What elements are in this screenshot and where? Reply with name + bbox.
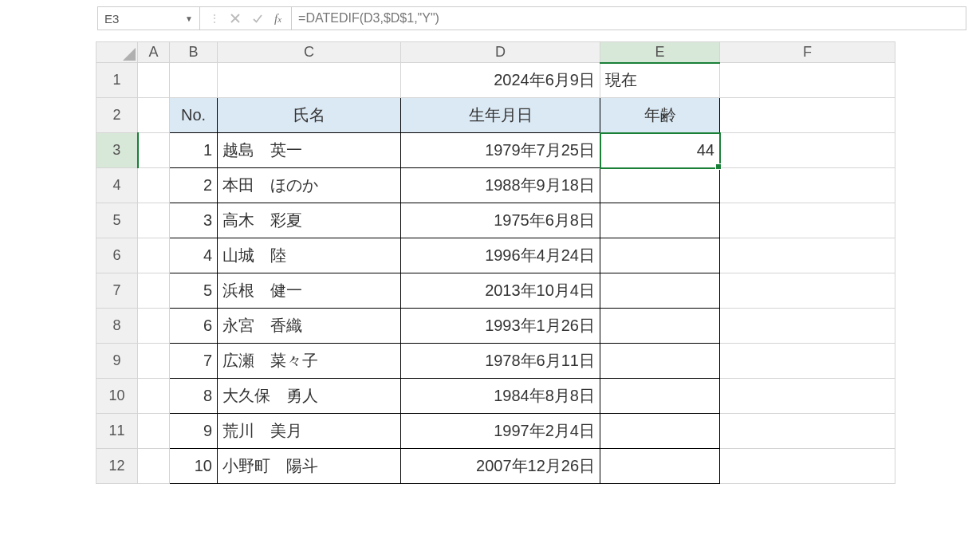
- cell[interactable]: [138, 168, 170, 203]
- col-header-A[interactable]: A: [138, 42, 170, 63]
- cell[interactable]: [138, 98, 170, 133]
- cell-dob[interactable]: 1975年6月8日: [401, 203, 600, 238]
- cell-no[interactable]: 7: [170, 344, 218, 379]
- enter-icon[interactable]: [252, 13, 263, 24]
- table-header-dob[interactable]: 生年月日: [401, 98, 600, 133]
- cell[interactable]: [720, 344, 895, 379]
- cell[interactable]: [720, 238, 895, 273]
- row-header[interactable]: 3: [96, 133, 138, 168]
- grid-row: 4 2 本田 ほのか 1988年9月18日: [96, 168, 895, 203]
- row-header[interactable]: 9: [96, 344, 138, 379]
- cell-age-active[interactable]: 44: [600, 133, 720, 168]
- cell-age[interactable]: [600, 379, 720, 414]
- table-header-name[interactable]: 氏名: [218, 98, 401, 133]
- cell[interactable]: [170, 63, 218, 98]
- cell-name[interactable]: 山城 陸: [218, 238, 401, 273]
- cell-name[interactable]: 広瀬 菜々子: [218, 344, 401, 379]
- cell-dob[interactable]: 2013年10月4日: [401, 273, 600, 309]
- cell-name[interactable]: 小野町 陽斗: [218, 449, 401, 484]
- cell[interactable]: [720, 273, 895, 309]
- cell-age[interactable]: [600, 238, 720, 273]
- cell[interactable]: [138, 344, 170, 379]
- cell-no[interactable]: 10: [170, 449, 218, 484]
- table-header-age[interactable]: 年齢: [600, 98, 720, 133]
- cell-no[interactable]: 8: [170, 379, 218, 414]
- cell[interactable]: [720, 98, 895, 133]
- col-header-E[interactable]: E: [600, 42, 720, 63]
- cell-date-label[interactable]: 現在: [600, 63, 720, 98]
- cell-dob[interactable]: 1979年7月25日: [401, 133, 600, 168]
- cell-name[interactable]: 浜根 健一: [218, 273, 401, 309]
- grid-row: 12 10 小野町 陽斗 2007年12月26日: [96, 449, 895, 484]
- row-header[interactable]: 1: [96, 63, 138, 98]
- formula-input[interactable]: =DATEDIF(D3,$D$1,"Y"): [292, 7, 966, 30]
- cell[interactable]: [138, 449, 170, 484]
- cell-age[interactable]: [600, 203, 720, 238]
- cell-age[interactable]: [600, 344, 720, 379]
- row-header[interactable]: 5: [96, 203, 138, 238]
- cell-name[interactable]: 永宮 香織: [218, 309, 401, 344]
- cell-no[interactable]: 3: [170, 203, 218, 238]
- cell-dob[interactable]: 1997年2月4日: [401, 414, 600, 449]
- row-header[interactable]: 2: [96, 98, 138, 133]
- row-header[interactable]: 11: [96, 414, 138, 449]
- cell-age[interactable]: [600, 273, 720, 309]
- cell[interactable]: [720, 168, 895, 203]
- cell[interactable]: [720, 133, 895, 168]
- cell-dob[interactable]: 1978年6月11日: [401, 344, 600, 379]
- cell[interactable]: [138, 309, 170, 344]
- row-header[interactable]: 7: [96, 273, 138, 309]
- cell-no[interactable]: 5: [170, 273, 218, 309]
- cell[interactable]: [138, 133, 170, 168]
- fx-icon[interactable]: fx: [274, 12, 281, 26]
- cell-age[interactable]: [600, 414, 720, 449]
- cell-dob[interactable]: 1984年8月8日: [401, 379, 600, 414]
- cell-no[interactable]: 6: [170, 309, 218, 344]
- col-header-D[interactable]: D: [401, 42, 600, 63]
- cell-age[interactable]: [600, 449, 720, 484]
- cell[interactable]: [138, 203, 170, 238]
- cell-name[interactable]: 本田 ほのか: [218, 168, 401, 203]
- cell[interactable]: [138, 238, 170, 273]
- col-header-F[interactable]: F: [720, 42, 895, 63]
- cell-name[interactable]: 大久保 勇人: [218, 379, 401, 414]
- table-header-no[interactable]: No.: [170, 98, 218, 133]
- cell[interactable]: [720, 203, 895, 238]
- cell[interactable]: [218, 63, 401, 98]
- cell-dob[interactable]: 1988年9月18日: [401, 168, 600, 203]
- cell[interactable]: [720, 309, 895, 344]
- cell[interactable]: [138, 379, 170, 414]
- col-header-B[interactable]: B: [170, 42, 218, 63]
- cell-name[interactable]: 荒川 美月: [218, 414, 401, 449]
- row-header[interactable]: 6: [96, 238, 138, 273]
- row-header[interactable]: 8: [96, 309, 138, 344]
- cell-date[interactable]: 2024年6月9日: [401, 63, 600, 98]
- cell-name[interactable]: 高木 彩夏: [218, 203, 401, 238]
- cell-age[interactable]: [600, 168, 720, 203]
- cell[interactable]: [138, 414, 170, 449]
- dropdown-icon[interactable]: ▼: [185, 14, 193, 23]
- cell-age[interactable]: [600, 309, 720, 344]
- cell-no[interactable]: 4: [170, 238, 218, 273]
- cell-dob[interactable]: 2007年12月26日: [401, 449, 600, 484]
- cell[interactable]: [138, 63, 170, 98]
- cell[interactable]: [720, 449, 895, 484]
- select-all-corner[interactable]: [96, 42, 138, 63]
- row-header[interactable]: 4: [96, 168, 138, 203]
- col-header-C[interactable]: C: [218, 42, 401, 63]
- cell-name[interactable]: 越島 英一: [218, 133, 401, 168]
- cell-no[interactable]: 9: [170, 414, 218, 449]
- name-box[interactable]: E3 ▼: [98, 7, 200, 30]
- cell-dob[interactable]: 1996年4月24日: [401, 238, 600, 273]
- row-header[interactable]: 12: [96, 449, 138, 484]
- cell-no[interactable]: 2: [170, 168, 218, 203]
- cell[interactable]: [138, 273, 170, 309]
- cell-no[interactable]: 1: [170, 133, 218, 168]
- spreadsheet-grid[interactable]: A B C D E F 1 2024年6月9日 現在 2: [96, 41, 895, 484]
- cell[interactable]: [720, 414, 895, 449]
- cell-dob[interactable]: 1993年1月26日: [401, 309, 600, 344]
- cancel-icon[interactable]: [230, 13, 241, 24]
- row-header[interactable]: 10: [96, 379, 138, 414]
- cell[interactable]: [720, 63, 895, 98]
- cell[interactable]: [720, 379, 895, 414]
